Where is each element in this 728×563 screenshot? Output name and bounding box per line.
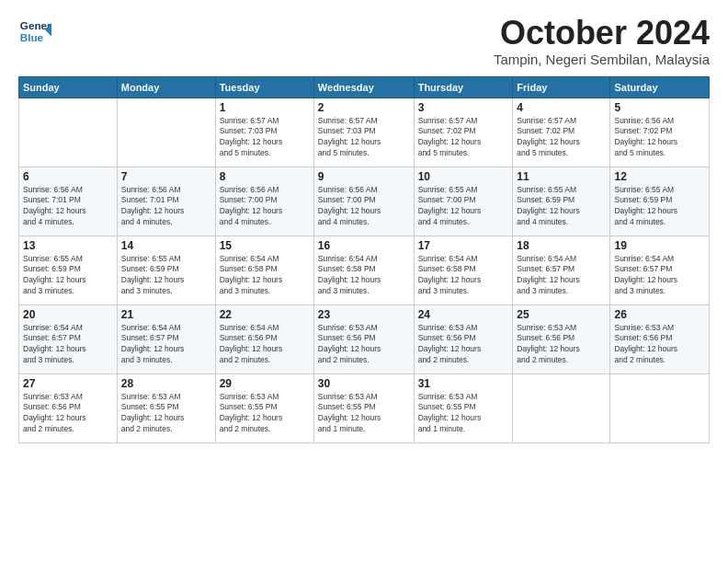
day-cell: 12Sunrise: 6:55 AM Sunset: 6:59 PM Dayli… [610, 167, 710, 236]
day-info: Sunrise: 6:57 AM Sunset: 7:03 PM Dayligh… [220, 116, 310, 160]
day-cell: 27Sunrise: 6:53 AM Sunset: 6:56 PM Dayli… [19, 373, 118, 442]
day-cell: 1Sunrise: 6:57 AM Sunset: 7:03 PM Daylig… [215, 98, 313, 167]
day-cell: 15Sunrise: 6:54 AM Sunset: 6:58 PM Dayli… [215, 236, 313, 304]
day-info: Sunrise: 6:55 AM Sunset: 6:59 PM Dayligh… [23, 254, 113, 298]
day-info: Sunrise: 6:53 AM Sunset: 6:56 PM Dayligh… [318, 323, 410, 367]
day-number: 27 [23, 377, 113, 390]
day-info: Sunrise: 6:55 AM Sunset: 7:00 PM Dayligh… [418, 185, 509, 229]
day-number: 8 [220, 170, 310, 183]
day-cell: 13Sunrise: 6:55 AM Sunset: 6:59 PM Dayli… [19, 236, 118, 304]
day-cell [513, 373, 610, 442]
day-number: 20 [23, 308, 113, 321]
header-row: SundayMondayTuesdayWednesdayThursdayFrid… [19, 76, 710, 98]
day-info: Sunrise: 6:53 AM Sunset: 6:56 PM Dayligh… [23, 392, 113, 436]
day-info: Sunrise: 6:55 AM Sunset: 6:59 PM Dayligh… [517, 185, 606, 229]
week-row-3: 13Sunrise: 6:55 AM Sunset: 6:59 PM Dayli… [19, 236, 710, 304]
calendar-table: SundayMondayTuesdayWednesdayThursdayFrid… [18, 76, 710, 443]
day-cell [610, 373, 710, 442]
day-number: 9 [318, 170, 410, 183]
day-cell: 18Sunrise: 6:54 AM Sunset: 6:57 PM Dayli… [513, 236, 610, 304]
header: General Blue October 2024 Tampin, Negeri… [18, 15, 710, 67]
day-number: 25 [517, 308, 606, 321]
day-number: 23 [318, 308, 410, 321]
page: General Blue October 2024 Tampin, Negeri… [0, 0, 728, 563]
day-cell: 4Sunrise: 6:57 AM Sunset: 7:02 PM Daylig… [513, 98, 610, 167]
header-cell-saturday: Saturday [610, 76, 710, 98]
day-number: 21 [121, 308, 211, 321]
day-number: 30 [318, 377, 410, 390]
day-number: 28 [121, 377, 211, 390]
week-row-1: 1Sunrise: 6:57 AM Sunset: 7:03 PM Daylig… [19, 98, 710, 167]
day-cell: 3Sunrise: 6:57 AM Sunset: 7:02 PM Daylig… [414, 98, 513, 167]
day-cell: 22Sunrise: 6:54 AM Sunset: 6:56 PM Dayli… [215, 304, 313, 373]
day-number: 3 [418, 101, 509, 114]
logo: General Blue [18, 15, 51, 48]
day-number: 17 [418, 239, 509, 252]
month-title: October 2024 [494, 15, 710, 52]
header-cell-sunday: Sunday [19, 76, 118, 98]
day-cell: 14Sunrise: 6:55 AM Sunset: 6:59 PM Dayli… [117, 236, 215, 304]
day-cell: 20Sunrise: 6:54 AM Sunset: 6:57 PM Dayli… [19, 304, 118, 373]
day-cell: 30Sunrise: 6:53 AM Sunset: 6:55 PM Dayli… [313, 373, 414, 442]
day-number: 19 [614, 239, 705, 252]
header-cell-thursday: Thursday [414, 76, 513, 98]
day-info: Sunrise: 6:55 AM Sunset: 6:59 PM Dayligh… [614, 185, 705, 229]
day-info: Sunrise: 6:54 AM Sunset: 6:58 PM Dayligh… [220, 254, 310, 298]
day-number: 5 [614, 101, 705, 114]
day-number: 2 [318, 101, 410, 114]
day-info: Sunrise: 6:53 AM Sunset: 6:55 PM Dayligh… [418, 392, 509, 436]
day-info: Sunrise: 6:54 AM Sunset: 6:58 PM Dayligh… [318, 254, 410, 298]
day-cell: 11Sunrise: 6:55 AM Sunset: 6:59 PM Dayli… [513, 167, 610, 236]
day-info: Sunrise: 6:57 AM Sunset: 7:02 PM Dayligh… [517, 116, 606, 160]
day-number: 1 [220, 101, 310, 114]
day-number: 31 [418, 377, 509, 390]
day-info: Sunrise: 6:53 AM Sunset: 6:55 PM Dayligh… [121, 392, 211, 436]
day-cell: 25Sunrise: 6:53 AM Sunset: 6:56 PM Dayli… [513, 304, 610, 373]
day-number: 6 [23, 170, 113, 183]
day-number: 26 [614, 308, 705, 321]
day-info: Sunrise: 6:53 AM Sunset: 6:55 PM Dayligh… [318, 392, 410, 436]
day-info: Sunrise: 6:53 AM Sunset: 6:56 PM Dayligh… [614, 323, 705, 367]
day-cell: 5Sunrise: 6:56 AM Sunset: 7:02 PM Daylig… [610, 98, 710, 167]
day-number: 22 [220, 308, 310, 321]
header-cell-monday: Monday [117, 76, 215, 98]
week-row-2: 6Sunrise: 6:56 AM Sunset: 7:01 PM Daylig… [19, 167, 710, 236]
day-cell: 29Sunrise: 6:53 AM Sunset: 6:55 PM Dayli… [215, 373, 313, 442]
day-info: Sunrise: 6:53 AM Sunset: 6:56 PM Dayligh… [517, 323, 606, 367]
day-cell: 7Sunrise: 6:56 AM Sunset: 7:01 PM Daylig… [117, 167, 215, 236]
day-cell: 23Sunrise: 6:53 AM Sunset: 6:56 PM Dayli… [313, 304, 414, 373]
day-cell: 24Sunrise: 6:53 AM Sunset: 6:56 PM Dayli… [414, 304, 513, 373]
day-info: Sunrise: 6:57 AM Sunset: 7:02 PM Dayligh… [418, 116, 509, 160]
day-number: 24 [418, 308, 509, 321]
week-row-5: 27Sunrise: 6:53 AM Sunset: 6:56 PM Dayli… [19, 373, 710, 442]
day-number: 16 [318, 239, 410, 252]
day-cell: 9Sunrise: 6:56 AM Sunset: 7:00 PM Daylig… [313, 167, 414, 236]
day-info: Sunrise: 6:56 AM Sunset: 7:01 PM Dayligh… [121, 185, 211, 229]
day-cell: 21Sunrise: 6:54 AM Sunset: 6:57 PM Dayli… [117, 304, 215, 373]
day-info: Sunrise: 6:54 AM Sunset: 6:57 PM Dayligh… [23, 323, 113, 367]
day-info: Sunrise: 6:54 AM Sunset: 6:57 PM Dayligh… [121, 323, 211, 367]
day-number: 11 [517, 170, 606, 183]
day-cell: 17Sunrise: 6:54 AM Sunset: 6:58 PM Dayli… [414, 236, 513, 304]
day-cell: 8Sunrise: 6:56 AM Sunset: 7:00 PM Daylig… [215, 167, 313, 236]
day-cell: 16Sunrise: 6:54 AM Sunset: 6:58 PM Dayli… [313, 236, 414, 304]
day-info: Sunrise: 6:56 AM Sunset: 7:01 PM Dayligh… [23, 185, 113, 229]
day-cell [19, 98, 118, 167]
location-title: Tampin, Negeri Sembilan, Malaysia [494, 52, 710, 67]
day-cell [117, 98, 215, 167]
day-info: Sunrise: 6:56 AM Sunset: 7:02 PM Dayligh… [614, 116, 705, 160]
day-info: Sunrise: 6:56 AM Sunset: 7:00 PM Dayligh… [220, 185, 310, 229]
day-number: 4 [517, 101, 606, 114]
day-info: Sunrise: 6:53 AM Sunset: 6:55 PM Dayligh… [220, 392, 310, 436]
day-info: Sunrise: 6:54 AM Sunset: 6:56 PM Dayligh… [220, 323, 310, 367]
day-info: Sunrise: 6:53 AM Sunset: 6:56 PM Dayligh… [418, 323, 509, 367]
day-info: Sunrise: 6:54 AM Sunset: 6:57 PM Dayligh… [517, 254, 606, 298]
day-info: Sunrise: 6:57 AM Sunset: 7:03 PM Dayligh… [318, 116, 410, 160]
header-cell-tuesday: Tuesday [215, 76, 313, 98]
header-cell-friday: Friday [513, 76, 610, 98]
title-section: October 2024 Tampin, Negeri Sembilan, Ma… [494, 15, 710, 67]
day-number: 18 [517, 239, 606, 252]
day-info: Sunrise: 6:55 AM Sunset: 6:59 PM Dayligh… [121, 254, 211, 298]
logo-icon: General Blue [18, 15, 51, 48]
day-cell: 6Sunrise: 6:56 AM Sunset: 7:01 PM Daylig… [19, 167, 118, 236]
